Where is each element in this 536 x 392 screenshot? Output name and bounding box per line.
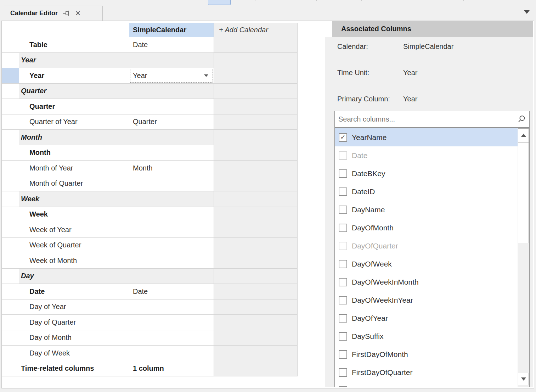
- year-column-dropdown[interactable]: Year: [130, 69, 213, 83]
- scroll-up-button[interactable]: [518, 128, 529, 142]
- row-selector[interactable]: [2, 361, 19, 376]
- row-selector[interactable]: [2, 269, 19, 284]
- list-item-dayofweekinyear[interactable]: DayOfWeekInYear: [335, 291, 518, 309]
- list-item-firstdayofmonth[interactable]: FirstDayOfMonth: [335, 345, 518, 363]
- scrollbar-thumb[interactable]: [518, 142, 529, 243]
- grid-header-row: SimpleCalendar + Add Calendar: [2, 23, 298, 37]
- add-calendar-button[interactable]: + Add Calendar: [214, 23, 298, 37]
- value-cell[interactable]: [129, 299, 214, 315]
- list-item-firstdayofweek[interactable]: FirstDayOfWeek: [335, 381, 518, 387]
- grid-row-week-of-month: Week of Month: [2, 253, 298, 269]
- checkbox-icon[interactable]: [339, 296, 347, 304]
- row-selector[interactable]: [2, 84, 19, 99]
- checkbox-icon[interactable]: [339, 260, 347, 268]
- pin-icon[interactable]: [63, 10, 70, 17]
- list-item-dayname[interactable]: DayName: [335, 201, 518, 219]
- value-cell[interactable]: Date: [129, 37, 214, 52]
- value-cell[interactable]: [129, 253, 214, 268]
- value-cell: 1 column: [129, 361, 214, 376]
- grid-row-quarter: Quarter: [2, 99, 298, 114]
- row-selector[interactable]: [2, 207, 19, 222]
- row-selector[interactable]: [2, 299, 19, 315]
- value-cell[interactable]: [129, 315, 214, 330]
- list-item-dayofquarter[interactable]: DayOfQuarter: [335, 237, 518, 255]
- list-item-dayofweekinmonth[interactable]: DayOfWeekInMonth: [335, 273, 518, 291]
- tab-calendar-editor[interactable]: Calendar Editor ✕: [4, 6, 103, 21]
- row-selector[interactable]: [2, 315, 19, 330]
- value-cell[interactable]: Year: [129, 68, 214, 83]
- row-label: Quarter: [19, 84, 129, 99]
- row-selector[interactable]: [2, 68, 19, 83]
- row-selector[interactable]: [2, 161, 19, 176]
- row-selector[interactable]: [2, 238, 19, 253]
- value-cell[interactable]: [129, 346, 214, 361]
- row-selector[interactable]: [2, 330, 19, 346]
- list-item-yearname[interactable]: ✓YearName: [335, 128, 518, 146]
- checkbox-icon[interactable]: [339, 169, 347, 178]
- close-icon[interactable]: ✕: [75, 10, 81, 17]
- row-selector[interactable]: [2, 145, 19, 161]
- list-item-date[interactable]: Date: [335, 146, 518, 164]
- checkbox-icon[interactable]: [339, 224, 347, 232]
- row-selector[interactable]: [2, 346, 19, 361]
- value-cell[interactable]: Month: [129, 161, 214, 176]
- checkbox-icon[interactable]: [339, 206, 347, 214]
- list-item-dayofyear[interactable]: DayOfYear: [335, 309, 518, 327]
- checkbox-icon[interactable]: [339, 386, 347, 387]
- row-selector[interactable]: [2, 176, 19, 191]
- list-item-dayofmonth[interactable]: DayOfMonth: [335, 219, 518, 237]
- row-selector[interactable]: [2, 284, 19, 299]
- checkbox-icon[interactable]: [339, 314, 347, 323]
- value-cell[interactable]: [129, 207, 214, 222]
- grid-row-day-of-month: Day of Month: [2, 330, 298, 346]
- grid-row-week-of-year: Week of Year: [2, 222, 298, 238]
- info-label: Primary Column:: [337, 95, 403, 103]
- row-selector[interactable]: [2, 222, 19, 237]
- row-selector[interactable]: [2, 99, 19, 114]
- list-item-label: DateID: [352, 187, 375, 196]
- row-selector[interactable]: [2, 130, 19, 145]
- list-item-dayofweek[interactable]: DayOfWeek: [335, 255, 518, 273]
- checkbox-icon[interactable]: ✓: [339, 133, 347, 142]
- add-calendar-cell: [214, 37, 298, 52]
- search-columns-box[interactable]: [334, 111, 530, 128]
- list-item-datebkey[interactable]: DateBKey: [335, 164, 518, 183]
- toolbar-partial-button[interactable]: [208, 0, 231, 5]
- document-list-dropdown-icon[interactable]: [524, 10, 530, 14]
- checkbox-icon[interactable]: [339, 368, 347, 377]
- list-item-dateid[interactable]: DateID: [335, 183, 518, 201]
- checkbox-icon[interactable]: [339, 278, 347, 286]
- value-cell[interactable]: [129, 145, 214, 161]
- value-cell[interactable]: [129, 222, 214, 237]
- value-cell[interactable]: [129, 238, 214, 253]
- list-item-daysuffix[interactable]: DaySuffix: [335, 327, 518, 345]
- list-item-label: DayOfMonth: [352, 224, 394, 232]
- row-selector[interactable]: [2, 53, 19, 68]
- row-selector[interactable]: [2, 253, 19, 268]
- add-calendar-cell: [214, 238, 298, 253]
- list-scrollbar[interactable]: [518, 128, 529, 387]
- checkbox-icon[interactable]: [339, 350, 347, 359]
- checkbox-icon[interactable]: [339, 187, 347, 196]
- add-calendar-cell: [214, 84, 298, 99]
- value-cell[interactable]: [129, 99, 214, 114]
- search-input[interactable]: [335, 115, 517, 123]
- row-selector[interactable]: [2, 191, 19, 207]
- value-cell[interactable]: Date: [129, 284, 214, 299]
- grid-row-month-of-year: Month of YearMonth: [2, 161, 298, 176]
- row-label: Day: [19, 269, 129, 284]
- row-label: Month: [19, 130, 129, 145]
- value-cell[interactable]: [129, 330, 214, 346]
- scroll-down-button[interactable]: [518, 373, 529, 385]
- value-cell[interactable]: [129, 176, 214, 191]
- dropdown-value: Year: [133, 72, 147, 80]
- row-selector[interactable]: [2, 37, 19, 52]
- list-item-firstdayofquarter[interactable]: FirstDayOfQuarter: [335, 363, 518, 381]
- value-cell[interactable]: Quarter: [129, 114, 214, 130]
- row-label: Week: [19, 207, 129, 222]
- add-calendar-cell: [214, 68, 298, 83]
- row-selector[interactable]: [2, 114, 19, 130]
- arrow-down-icon: [521, 377, 526, 381]
- checkbox-icon[interactable]: [339, 332, 347, 341]
- calendar-column-header[interactable]: SimpleCalendar: [129, 23, 214, 37]
